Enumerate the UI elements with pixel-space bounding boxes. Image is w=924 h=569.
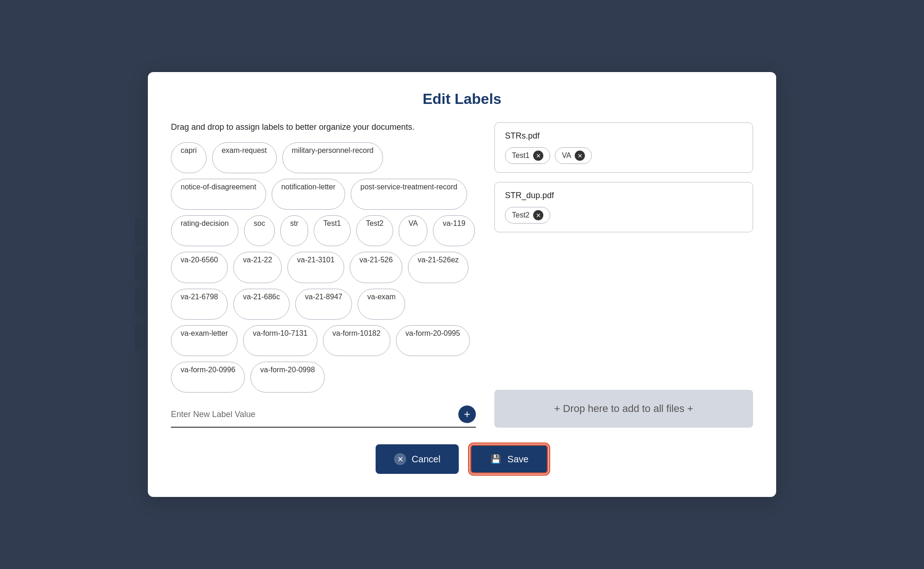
new-label-input[interactable] (171, 410, 452, 419)
file-card: STRs.pdfTest1✕VA✕ (494, 122, 753, 173)
label-chip[interactable]: notice-of-disagreement (171, 179, 266, 210)
sidebar-indicators (135, 218, 145, 351)
label-chip[interactable]: VA (399, 215, 427, 246)
label-chip[interactable]: va-form-10-7131 (243, 325, 317, 356)
label-chip[interactable]: va-21-686c (233, 289, 290, 320)
file-name: STR_dup.pdf (505, 191, 742, 200)
label-chip[interactable]: str (280, 215, 308, 246)
add-label-button[interactable]: + (458, 406, 476, 423)
save-label: Save (507, 454, 529, 465)
cancel-label: Cancel (412, 454, 440, 465)
label-chip[interactable]: va-21-526 (350, 252, 402, 283)
remove-label-button[interactable]: ✕ (533, 210, 543, 220)
labels-area: capriexam-requestmilitary-personnel-reco… (171, 142, 476, 393)
file-labels: Test1✕VA✕ (505, 147, 742, 164)
file-label-text: Test2 (512, 211, 529, 219)
label-chip[interactable]: va-20-6560 (171, 252, 228, 283)
instruction-text: Drag and drop to assign labels to better… (171, 122, 476, 132)
sidebar-dot (135, 218, 145, 246)
drop-all-zone[interactable]: + Drop here to add to all files + (494, 390, 753, 428)
label-chip[interactable]: va-21-526ez (408, 252, 468, 283)
label-chip[interactable]: capri (171, 142, 207, 173)
label-chip[interactable]: notification-letter (272, 179, 345, 210)
modal-title: Edit Labels (171, 91, 753, 108)
file-card: STR_dup.pdfTest2✕ (494, 182, 753, 232)
label-chip[interactable]: rating-decision (171, 215, 238, 246)
label-chip[interactable]: va-form-20-0998 (250, 362, 324, 393)
save-icon: 💾 (490, 453, 502, 465)
sidebar-dot (135, 253, 145, 281)
new-label-row: + (171, 406, 476, 428)
cancel-icon: ✕ (394, 453, 406, 465)
file-label-chip: Test1✕ (505, 147, 550, 164)
file-label-text: VA (562, 151, 571, 160)
label-chip[interactable]: va-119 (433, 215, 475, 246)
modal-footer: ✕ Cancel 💾 Save (171, 444, 753, 474)
file-label-text: Test1 (512, 151, 529, 160)
label-chip[interactable]: va-form-20-0996 (171, 362, 245, 393)
label-chip[interactable]: va-exam (358, 289, 405, 320)
label-chip[interactable]: military-personnel-record (282, 142, 383, 173)
label-chip[interactable]: Test2 (356, 215, 393, 246)
sidebar-dot (135, 323, 145, 351)
save-button[interactable]: 💾 Save (470, 444, 548, 474)
label-chip[interactable]: soc (244, 215, 275, 246)
modal-body: Drag and drop to assign labels to better… (171, 122, 753, 428)
label-chip[interactable]: Test1 (314, 215, 351, 246)
label-chip[interactable]: va-21-8947 (295, 289, 352, 320)
label-chip[interactable]: va-21-6798 (171, 289, 228, 320)
edit-labels-modal: Edit Labels Drag and drop to assign labe… (148, 72, 776, 497)
label-chip[interactable]: va-form-10182 (323, 325, 390, 356)
file-name: STRs.pdf (505, 131, 742, 141)
file-label-chip: VA✕ (555, 147, 592, 164)
label-chip[interactable]: va-exam-letter (171, 325, 237, 356)
label-chip[interactable]: va-21-22 (233, 252, 282, 283)
cancel-button[interactable]: ✕ Cancel (376, 444, 459, 474)
remove-label-button[interactable]: ✕ (533, 151, 543, 161)
sidebar-dot (135, 288, 145, 316)
right-panel: STRs.pdfTest1✕VA✕STR_dup.pdfTest2✕+ Drop… (494, 122, 753, 428)
left-panel: Drag and drop to assign labels to better… (171, 122, 476, 428)
remove-label-button[interactable]: ✕ (575, 151, 585, 161)
label-chip[interactable]: exam-request (212, 142, 277, 173)
file-label-chip: Test2✕ (505, 207, 550, 224)
label-chip[interactable]: va-form-20-0995 (396, 325, 470, 356)
label-chip[interactable]: va-21-3101 (287, 252, 344, 283)
label-chip[interactable]: post-service-treatment-record (351, 179, 467, 210)
file-labels: Test2✕ (505, 207, 742, 224)
modal-backdrop: Edit Labels Drag and drop to assign labe… (0, 0, 924, 569)
